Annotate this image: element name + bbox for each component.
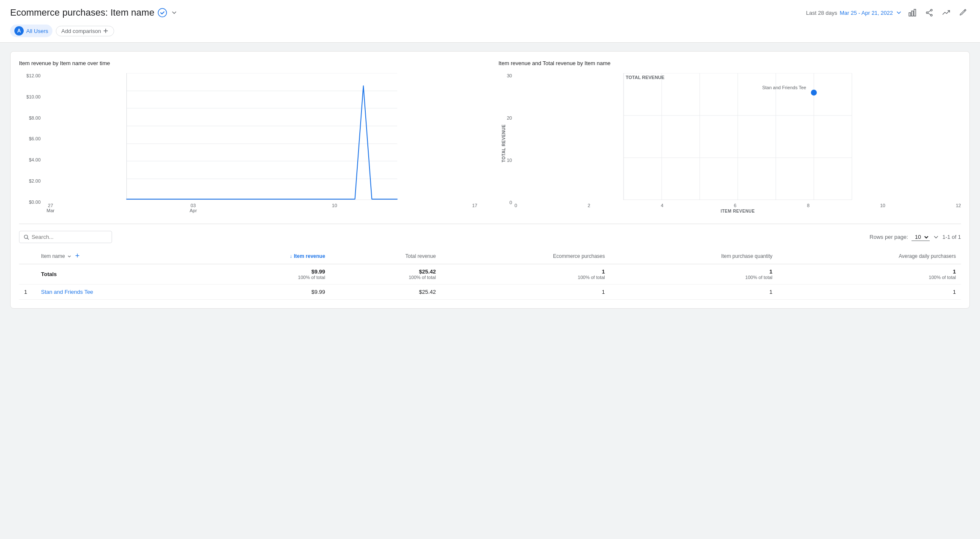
trend-icon: [942, 8, 950, 17]
line-chart-svg: [42, 73, 482, 200]
line-chart-title: Item revenue by Item name over time: [19, 60, 482, 66]
header-right-controls: Last 28 days Mar 25 - Apr 21, 2022: [806, 6, 970, 19]
main-content: Item revenue by Item name over time $12.…: [0, 43, 980, 317]
row-total-revenue: $25.42: [330, 285, 441, 300]
totals-total-revenue: $25.42 100% of total: [330, 264, 441, 285]
y-axis-labels: $12.00 $10.00 $8.00 $6.00 $4.00 $2.00 $0…: [20, 73, 41, 205]
svg-rect-3: [914, 9, 916, 16]
rows-per-page-select[interactable]: 10 25 50: [912, 233, 930, 241]
title-dropdown-button[interactable]: [170, 9, 178, 16]
totals-item-purchase-quantity: 1 100% of total: [610, 264, 777, 285]
date-dropdown-icon: [895, 9, 902, 16]
scatter-point-label: Stan and Friends Tee: [762, 85, 806, 90]
date-range-value[interactable]: Mar 25 - Apr 21, 2022: [840, 10, 893, 16]
trend-icon-button[interactable]: [939, 6, 953, 19]
data-table: Item name + ↓ Item revenue Total revenue: [19, 248, 961, 300]
line-chart-section: Item revenue by Item name over time $12.…: [19, 60, 482, 213]
row-rank: 1: [19, 285, 36, 300]
rows-dropdown-icon: [933, 234, 939, 240]
share-icon: [925, 8, 933, 17]
scatter-chart-section: Item revenue and Total revenue by Item n…: [498, 60, 961, 213]
col-rank: [19, 248, 36, 264]
totals-avg-daily-purchasers: 1 100% of total: [777, 264, 961, 285]
page-header: Ecommerce purchases: Item name Last 28 d…: [0, 0, 980, 43]
charts-row: Item revenue by Item name over time $12.…: [19, 60, 961, 213]
table-toolbar: Rows per page: 10 25 50 1-1 of 1: [19, 224, 961, 243]
col-item-purchase-quantity[interactable]: Item purchase quantity: [610, 248, 777, 264]
add-comparison-label: Add comparison: [61, 28, 101, 34]
col-ecommerce-purchases[interactable]: Ecommerce purchases: [441, 248, 610, 264]
page-title: Ecommerce purchases: Item name: [10, 7, 154, 18]
row-item-name: Stan and Friends Tee: [36, 285, 206, 300]
x-axis-labels: 27 Mar 03 Apr 10 17: [42, 203, 482, 213]
date-range: Last 28 days Mar 25 - Apr 21, 2022: [806, 9, 902, 16]
share-icon-button[interactable]: [923, 6, 936, 19]
svg-rect-1: [909, 13, 911, 16]
col-avg-daily-purchasers[interactable]: Average daily purchasers: [777, 248, 961, 264]
totals-ecommerce-purchases: 1 100% of total: [441, 264, 610, 285]
date-range-label: Last 28 days: [806, 10, 838, 16]
avatar: A: [14, 26, 24, 36]
table-header-row: Item name + ↓ Item revenue Total revenue: [19, 248, 961, 264]
report-card: Item revenue by Item name over time $12.…: [10, 51, 970, 309]
svg-point-6: [931, 14, 932, 16]
svg-point-4: [931, 9, 932, 11]
scatter-x-labels: 0 2 4 6 8 10 12: [515, 203, 961, 208]
search-input[interactable]: [32, 234, 107, 240]
col-total-revenue[interactable]: Total revenue: [330, 248, 441, 264]
edit-icon-button[interactable]: [956, 6, 970, 19]
scatter-y-axis-label: TOTAL REVENUE: [501, 124, 506, 162]
svg-line-9: [964, 10, 965, 11]
row-item-revenue: $9.99: [206, 285, 330, 300]
svg-line-8: [928, 13, 931, 15]
col-item-revenue[interactable]: ↓ Item revenue: [206, 248, 330, 264]
scatter-chart-area: 30 20 10 0 TOTAL REVENUE: [515, 73, 961, 213]
svg-line-35: [27, 238, 29, 239]
item-name-sort-icon: [67, 254, 72, 259]
filter-bar: A All Users Add comparison: [10, 25, 970, 42]
search-box[interactable]: [19, 231, 112, 243]
rows-per-page-control: Rows per page: 10 25 50 1-1 of 1: [870, 233, 961, 241]
totals-item-revenue: $9.99 100% of total: [206, 264, 330, 285]
all-users-label: All Users: [26, 28, 48, 34]
scatter-chart-title: Item revenue and Total revenue by Item n…: [498, 60, 961, 66]
svg-point-5: [926, 12, 928, 14]
svg-rect-2: [912, 11, 913, 16]
totals-label: Totals: [36, 264, 206, 285]
verified-icon: [158, 8, 167, 17]
plus-icon: [103, 28, 109, 34]
bar-chart-icon: [908, 8, 917, 17]
total-revenue-axis-label: TOTAL REVENUE: [626, 75, 665, 80]
col-item-name[interactable]: Item name +: [36, 248, 206, 264]
row-ecommerce-purchases: 1: [441, 285, 610, 300]
search-icon: [24, 234, 29, 240]
scatter-chart-svg: Stan and Friends Tee TOTAL REVENUE: [515, 73, 961, 200]
all-users-chip[interactable]: A All Users: [10, 25, 52, 37]
edit-icon: [959, 8, 967, 17]
bar-chart-icon-button[interactable]: [906, 6, 919, 19]
row-avg-daily-purchasers: 1: [777, 285, 961, 300]
title-group: Ecommerce purchases: Item name: [10, 7, 178, 18]
totals-row: Totals $9.99 100% of total $25.42 100% o…: [19, 264, 961, 285]
scatter-x-axis-label: ITEM REVENUE: [515, 209, 961, 213]
item-name-link[interactable]: Stan and Friends Tee: [41, 289, 93, 295]
header-top-bar: Ecommerce purchases: Item name Last 28 d…: [10, 6, 970, 19]
svg-line-7: [928, 11, 931, 12]
pagination-text: 1-1 of 1: [942, 234, 961, 240]
line-chart-area: $12.00 $10.00 $8.00 $6.00 $4.00 $2.00 $0…: [42, 73, 482, 213]
add-column-button[interactable]: +: [74, 252, 82, 260]
scatter-data-point: [811, 90, 817, 96]
row-item-purchase-quantity: 1: [610, 285, 777, 300]
add-comparison-button[interactable]: Add comparison: [56, 26, 114, 36]
svg-point-0: [158, 8, 167, 17]
table-row: 1 Stan and Friends Tee $9.99 $25.42 1 1 …: [19, 285, 961, 300]
rows-per-page-label: Rows per page:: [870, 234, 908, 240]
